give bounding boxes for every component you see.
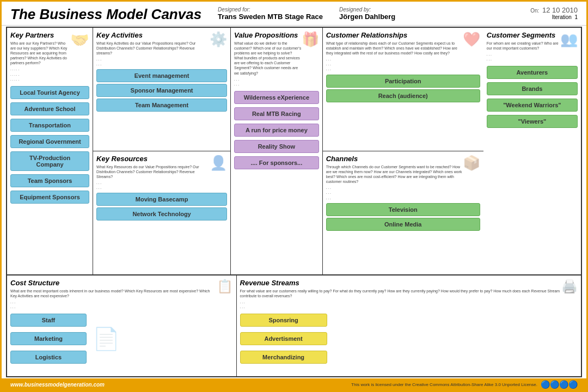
header: The Business Model Canvas Designed for: … bbox=[2, 2, 586, 26]
creative-commons-icon: 🔵🔵🔵🔵 bbox=[541, 380, 578, 389]
rev-item-3[interactable]: Merchandizing bbox=[240, 351, 327, 364]
designed-by-label: Designed by: bbox=[339, 7, 395, 13]
cost-item-1[interactable]: Staff bbox=[10, 314, 87, 327]
customer-seg-icon: 👥 bbox=[560, 31, 578, 48]
kp-item-4[interactable]: Regional Government bbox=[10, 135, 89, 148]
customer-rel-subtitle: What type of relationship does each of o… bbox=[326, 41, 463, 56]
on-label: On: 12 10 2010 bbox=[530, 6, 578, 14]
customer-rel-icon: ❤️ bbox=[463, 31, 480, 48]
vp-item-3[interactable]: A run for price money bbox=[234, 124, 319, 137]
revenue-streams-column: Revenue Streams For what value are our c… bbox=[237, 275, 581, 376]
channels-subtitle: Through which Channels do our Customer S… bbox=[326, 164, 463, 184]
key-activities-title: Key Activities bbox=[96, 31, 210, 39]
ch-item-1[interactable]: Television bbox=[326, 203, 480, 216]
cost-structure-subtitle: What are the most important costs inhere… bbox=[10, 289, 217, 298]
channels-icon: 📦 bbox=[463, 155, 480, 171]
customer-seg-title: Customer Segments bbox=[487, 31, 560, 39]
rev-item-2[interactable]: Advertisment bbox=[240, 332, 327, 345]
vp-item-5[interactable]: .... For sponsors... bbox=[234, 156, 319, 169]
cost-item-2[interactable]: Marketing bbox=[10, 332, 87, 345]
ch-item-2[interactable]: Online Media bbox=[326, 218, 480, 231]
key-resources-subtitle: What Key Resources do our Value Proposit… bbox=[96, 164, 210, 179]
footer-website[interactable]: www.businessmodelgeneration.com bbox=[10, 382, 105, 388]
cost-structure-title: Cost Structure bbox=[10, 279, 217, 287]
revenue-streams-notes: · · ·· · · bbox=[240, 301, 578, 310]
customer-rel-notes: · · ·· · ·· · · bbox=[326, 58, 480, 72]
key-partners-subtitle: Who are our Key Partners? Who are our ke… bbox=[10, 41, 68, 65]
vp-item-1[interactable]: Wilderness eXperience bbox=[234, 91, 319, 104]
cr-item-2[interactable]: Reach (audience) bbox=[326, 89, 480, 102]
kp-item-7[interactable]: Equipment Sponsors bbox=[10, 191, 89, 204]
kr-item-1[interactable]: Moving Basecamp bbox=[96, 193, 227, 206]
channels-column: Channels Through which Channels do our C… bbox=[323, 151, 483, 274]
rev-item-1[interactable]: Sponsring bbox=[240, 314, 327, 327]
cs-item-3[interactable]: "Weekend Warriors" bbox=[487, 99, 578, 112]
kp-item-2[interactable]: Adventure School bbox=[10, 102, 89, 115]
cost-items-wrapper: Staff Marketing Logistics 📄 bbox=[10, 312, 233, 365]
value-props-subtitle: What value do we deliver to the customer… bbox=[234, 41, 302, 76]
ka-item-1[interactable]: Event management bbox=[96, 69, 227, 82]
mid-columns: Key Activities What Key Activities do ou… bbox=[93, 28, 231, 274]
revenue-items-wrapper: Sponsring Advertisment Merchandizing bbox=[240, 312, 578, 365]
revenue-streams-icon: 🖨️ bbox=[561, 279, 578, 294]
kp-item-3[interactable]: Transportation bbox=[10, 119, 89, 132]
channels-title: Channels bbox=[326, 155, 463, 163]
main-title: The Business Model Canvas bbox=[10, 6, 201, 23]
cost-structure-icon: 📋 bbox=[217, 279, 233, 294]
key-activities-subtitle: What Key Activities do our Value Proposi… bbox=[96, 41, 210, 56]
cs-item-4[interactable]: "Viewers" bbox=[487, 115, 578, 128]
business-model-canvas: Key Partners Who are our Key Partners? W… bbox=[6, 27, 582, 377]
key-resources-notes: · · ·· · · bbox=[96, 181, 227, 191]
cost-structure-notes: · · ·· · · bbox=[10, 301, 233, 310]
key-activities-column: Key Activities What Key Activities do ou… bbox=[93, 28, 230, 151]
on-date: 12 10 2010 bbox=[542, 6, 578, 14]
key-activities-icon: ⚙️ bbox=[210, 31, 227, 48]
value-props-icon: 🎁 bbox=[302, 31, 319, 48]
key-partners-notes: · · · · ·· · · · ·· · · · · bbox=[10, 68, 89, 82]
canvas-container: The Business Model Canvas Designed for: … bbox=[0, 0, 588, 392]
value-props-notes: · · ·· · · bbox=[234, 78, 319, 88]
footer-copyright: This work is licensed under the Creative… bbox=[351, 382, 537, 387]
cost-structure-column: Cost Structure What are the most importa… bbox=[7, 275, 237, 376]
key-resources-title: Key Resources bbox=[96, 155, 210, 163]
key-partners-title: Key Partners bbox=[10, 31, 68, 39]
kp-item-5[interactable]: TV-Production Company bbox=[10, 151, 89, 171]
value-propositions-column: Value Propositions What value do we deli… bbox=[231, 28, 323, 274]
ka-item-3[interactable]: Team Management bbox=[96, 99, 227, 112]
kr-item-2[interactable]: Network Technology bbox=[96, 207, 227, 220]
cost-structure-illustration: 📄 bbox=[90, 312, 122, 365]
key-partners-icon: 🤝 bbox=[70, 31, 89, 49]
cs-item-1[interactable]: Aventurers bbox=[487, 66, 578, 79]
vp-item-4[interactable]: Reality Show bbox=[234, 140, 319, 153]
customer-segments-column: Customer Segments For whom are we creati… bbox=[483, 28, 581, 274]
right-columns: Customer Relationships What type of rela… bbox=[323, 28, 483, 274]
key-partners-column: Key Partners Who are our Key Partners? W… bbox=[7, 28, 93, 274]
value-props-title: Value Propositions bbox=[234, 31, 302, 39]
designed-for-name: Trans Sweden MTB Stage Race bbox=[218, 13, 323, 21]
channels-notes: · · ·· · ·· · · bbox=[326, 186, 480, 201]
key-activities-notes: · · ·· · · bbox=[96, 58, 227, 68]
cs-item-2[interactable]: Brands bbox=[487, 82, 578, 95]
vp-item-2[interactable]: Real MTB Racing bbox=[234, 107, 319, 120]
kp-item-6[interactable]: Team Sponsors bbox=[10, 174, 89, 187]
customer-relationships-column: Customer Relationships What type of rela… bbox=[323, 28, 483, 151]
key-resources-icon: 👤 bbox=[210, 155, 227, 171]
ka-item-2[interactable]: Sponsor Management bbox=[96, 84, 227, 97]
top-section: Key Partners Who are our Key Partners? W… bbox=[7, 28, 581, 275]
cost-item-3[interactable]: Logistics bbox=[10, 351, 87, 364]
designed-by-name: Jörgen Dahlberg bbox=[339, 13, 395, 21]
revenue-streams-title: Revenue Streams bbox=[240, 279, 561, 287]
customer-seg-subtitle: For whom are we creating value? Who are … bbox=[487, 41, 560, 51]
cr-item-1[interactable]: Participation bbox=[326, 75, 480, 88]
revenue-streams-subtitle: For what value are our customers really … bbox=[240, 289, 561, 298]
customer-rel-title: Customer Relationships bbox=[326, 31, 463, 39]
bottom-section: Cost Structure What are the most importa… bbox=[7, 275, 581, 376]
iteration: Iteration 1 bbox=[530, 14, 578, 20]
cost-sticky-items: Staff Marketing Logistics bbox=[10, 312, 87, 365]
key-resources-column: Key Resources What Key Resources do our … bbox=[93, 151, 230, 274]
customer-seg-notes: · · ·· · · bbox=[487, 53, 578, 63]
designed-for-label: Designed for: bbox=[218, 7, 323, 13]
revenue-sticky-items: Sponsring Advertisment Merchandizing bbox=[240, 312, 327, 365]
kp-item-1[interactable]: Local Tourist Agency bbox=[10, 86, 89, 99]
footer: www.businessmodelgeneration.com This wor… bbox=[2, 378, 586, 390]
